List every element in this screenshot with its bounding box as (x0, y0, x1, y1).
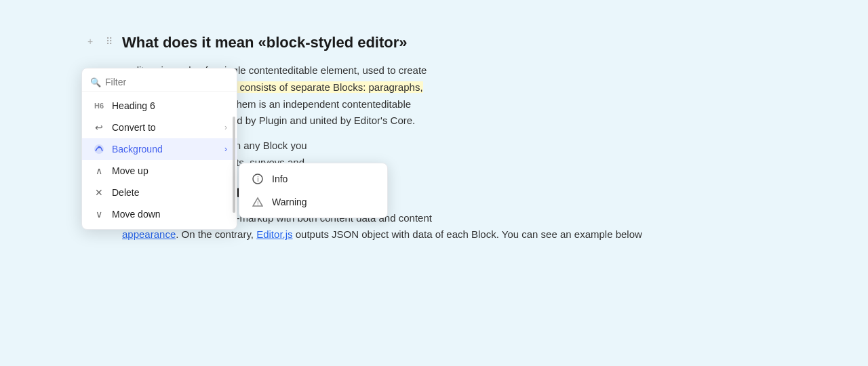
svg-point-0 (94, 144, 104, 154)
para3-mid: . On the contrary, (176, 228, 256, 240)
add-block-button[interactable]: + (81, 33, 99, 50)
svg-point-1 (98, 146, 100, 148)
submenu-item-info[interactable]: i Info (239, 167, 387, 190)
warning-icon: ! (250, 197, 265, 207)
submenu-item-warning[interactable]: ! Warning (239, 190, 387, 214)
delete-icon: ✕ (92, 187, 106, 198)
filter-input[interactable] (105, 77, 229, 87)
warning-label: Warning (272, 197, 307, 207)
background-submenu: i Info ! Warning (239, 163, 388, 218)
block-menu-dropdown: 🔍 H6 Heading 6 ↩ Convert to › Background… (81, 68, 237, 230)
editorjs-link[interactable]: Editor.js (256, 228, 292, 240)
appearance-link[interactable]: appearance (122, 228, 176, 240)
menu-item-move-up[interactable]: ∧ Move up (82, 160, 237, 182)
background-icon (92, 144, 106, 155)
menu-item-convert-to[interactable]: ↩ Convert to › (82, 117, 237, 138)
info-label: Info (272, 174, 288, 184)
svg-text:!: ! (257, 200, 259, 207)
scroll-thumb[interactable] (233, 117, 235, 213)
menu-item-delete[interactable]: ✕ Delete (82, 182, 237, 203)
move-down-icon: ∨ (92, 209, 106, 220)
search-icon: 🔍 (90, 77, 101, 87)
convert-icon: ↩ (92, 122, 106, 133)
background-label: Background (112, 144, 224, 155)
heading-block-row: + ⠿ What does it mean «block-styled edit… (122, 27, 746, 58)
heading6-label: Heading 6 (112, 100, 227, 111)
scroll-track (231, 68, 237, 229)
convert-arrow-icon: › (224, 123, 227, 132)
move-up-label: Move up (112, 165, 227, 176)
heading-text: What does it mean «block-styled editor» (122, 27, 746, 58)
menu-item-background[interactable]: Background › (82, 138, 237, 160)
drag-block-button[interactable]: ⠿ (100, 33, 118, 50)
convert-label: Convert to (112, 122, 224, 133)
move-up-icon: ∧ (92, 165, 106, 176)
background-arrow-icon: › (224, 144, 227, 154)
para3-end: outputs JSON object with data of each Bl… (293, 228, 642, 240)
menu-item-heading6[interactable]: H6 Heading 6 (82, 95, 237, 117)
menu-item-move-down[interactable]: ∨ Move down (82, 203, 237, 225)
info-icon: i (250, 174, 265, 184)
block-controls: + ⠿ (81, 33, 118, 50)
move-down-label: Move down (112, 209, 227, 220)
svg-text:i: i (257, 176, 258, 183)
heading6-icon: H6 (92, 102, 106, 110)
filter-row: 🔍 (82, 73, 237, 92)
delete-label: Delete (112, 187, 227, 198)
